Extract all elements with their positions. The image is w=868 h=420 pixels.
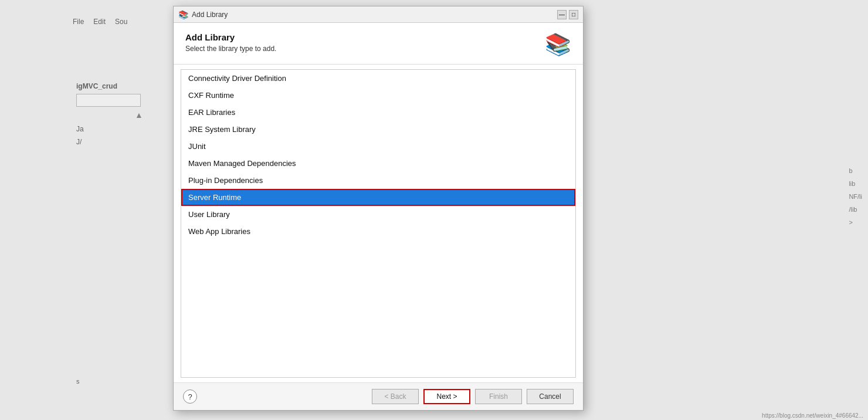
dialog-header-title: Add Library bbox=[185, 32, 276, 42]
footer-right: < Back Next > Finish Cancel bbox=[372, 389, 574, 404]
dialog-titlebar: 📚 Add Library — □ bbox=[174, 6, 583, 23]
dialog-header-left: Add Library Select the library type to a… bbox=[185, 32, 276, 53]
maximize-button[interactable]: □ bbox=[569, 10, 578, 19]
library-type-list-container: Connectivity Driver DefinitionCXF Runtim… bbox=[181, 69, 576, 378]
cancel-button[interactable]: Cancel bbox=[527, 389, 574, 404]
dialog-header-subtitle: Select the library type to add. bbox=[185, 45, 276, 53]
watermark: https://blog.csdn.net/weixin_4#66642... bbox=[762, 412, 863, 419]
minimize-button[interactable]: — bbox=[557, 10, 567, 19]
dialog-title-text: Add Library bbox=[192, 11, 228, 19]
back-button[interactable]: < Back bbox=[372, 389, 419, 404]
library-item-jre[interactable]: JRE System Library bbox=[181, 121, 575, 138]
library-item-webapp[interactable]: Web App Libraries bbox=[181, 223, 575, 240]
library-item-cxf[interactable]: CXF Runtime bbox=[181, 87, 575, 104]
footer-left: ? bbox=[183, 389, 197, 404]
dialog-title-icon: 📚 bbox=[178, 10, 188, 19]
library-item-user[interactable]: User Library bbox=[181, 206, 575, 223]
help-button[interactable]: ? bbox=[183, 389, 197, 404]
dialog-header: Add Library Select the library type to a… bbox=[174, 23, 583, 65]
finish-button[interactable]: Finish bbox=[475, 389, 522, 404]
next-button[interactable]: Next > bbox=[423, 389, 470, 404]
library-item-ear[interactable]: EAR Libraries bbox=[181, 104, 575, 121]
dialog-controls: — □ bbox=[557, 10, 578, 19]
library-item-plugin[interactable]: Plug-in Dependencies bbox=[181, 172, 575, 189]
library-icon: 📚 bbox=[545, 32, 571, 57]
library-item-maven[interactable]: Maven Managed Dependencies bbox=[181, 155, 575, 172]
add-library-dialog: 📚 Add Library — □ Add Library Select the… bbox=[173, 6, 584, 411]
library-type-list: Connectivity Driver DefinitionCXF Runtim… bbox=[181, 70, 575, 240]
library-item-server[interactable]: Server Runtime bbox=[181, 189, 575, 206]
dialog-title: 📚 Add Library bbox=[178, 10, 228, 19]
library-item-connectivity[interactable]: Connectivity Driver Definition bbox=[181, 70, 575, 87]
library-item-junit[interactable]: JUnit bbox=[181, 138, 575, 155]
dialog-footer: ? < Back Next > Finish Cancel bbox=[174, 382, 583, 410]
